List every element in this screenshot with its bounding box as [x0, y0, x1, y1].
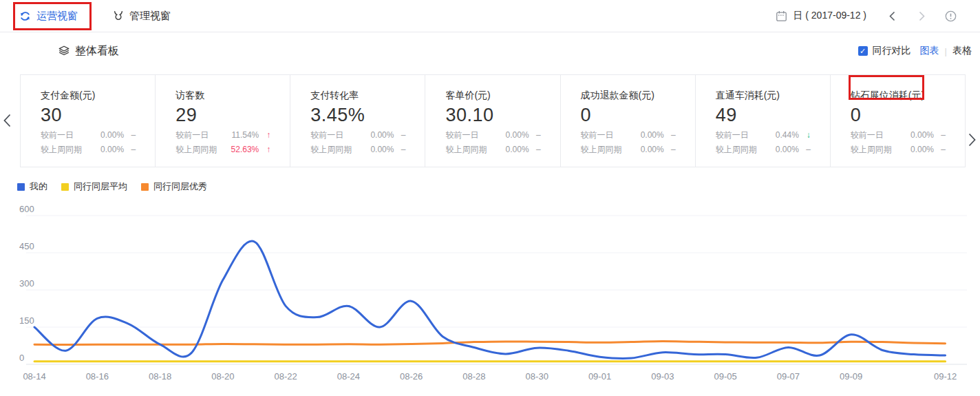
compare-label: 较上周同期	[445, 144, 505, 155]
legend-item[interactable]: 同行同层优秀	[141, 180, 207, 193]
compare-value: 0.00%	[776, 144, 799, 155]
metric-title: 支付转化率	[310, 90, 405, 102]
metric-compare-row: 较前一日0.00%–	[581, 129, 676, 140]
trend-flat-icon: –	[934, 144, 946, 155]
view-mode-chart[interactable]: 图表	[920, 45, 939, 57]
compare-value: 0.00%	[370, 144, 394, 155]
legend-label: 同行同层优秀	[153, 180, 207, 193]
metric-compare-row: 较前一日0.00%–	[851, 129, 946, 140]
compare-label: 较上周同期	[41, 144, 100, 155]
compare-value: 0.00%	[910, 129, 934, 140]
date-selector-label: 日 ( 2017-09-12 )	[793, 10, 866, 22]
cards-scroll-left-button[interactable]	[3, 114, 11, 130]
board-title: 整体看板	[75, 44, 119, 59]
metric-value: 29	[175, 105, 270, 126]
compare-label: 较前一日	[581, 129, 641, 140]
compare-value: 0.00%	[370, 129, 394, 140]
metric-card[interactable]: 支付金额(元)30较前一日0.00%–较上周同期0.00%–	[21, 75, 156, 167]
trend-flat-icon: –	[934, 129, 946, 140]
metric-card[interactable]: 钻石展位消耗(元)0较前一日0.00%–较上周同期0.00%–	[831, 75, 965, 167]
compare-value: 0.44%	[776, 129, 799, 140]
next-date-button[interactable]	[911, 11, 932, 21]
cards-scroll-right-button[interactable]	[968, 133, 976, 149]
trend-flat-icon: –	[394, 144, 405, 155]
chart-legend: 我的同行同层平均同行同层优秀	[17, 180, 221, 193]
view-mode-table[interactable]: 表格	[952, 45, 972, 57]
prev-date-button[interactable]	[882, 11, 902, 21]
active-tab-underline	[19, 28, 81, 30]
legend-label: 我的	[30, 180, 47, 193]
metric-card[interactable]: 客单价(元)30.10较前一日0.00%–较上周同期0.00%–	[425, 75, 560, 167]
view-mode-separator: |	[945, 46, 947, 56]
top-nav-bar: 运营视窗 管理视窗	[0, 0, 980, 32]
metric-value: 3.45%	[310, 105, 405, 126]
x-axis-label: 08-18	[149, 371, 171, 382]
metric-title: 钻石展位消耗(元)	[851, 90, 946, 102]
calendar-icon	[776, 10, 787, 22]
compare-label: 较上周同期	[175, 144, 231, 155]
tab-management-view[interactable]: 管理视窗	[113, 0, 171, 32]
metric-compare-row: 较上周同期0.00%–	[716, 144, 811, 155]
metric-card[interactable]: 支付转化率3.45%较前一日0.00%–较上周同期0.00%–	[290, 75, 425, 167]
series-line-2[interactable]	[34, 342, 946, 345]
compare-label: 较前一日	[716, 129, 776, 140]
x-axis-label: 08-28	[462, 371, 485, 382]
legend-label: 同行同层平均	[74, 180, 127, 193]
trend-flat-icon: –	[664, 129, 676, 140]
peer-compare-checkbox[interactable]: ✓	[858, 46, 868, 56]
metric-card[interactable]: 成功退款金额(元)0较前一日0.00%–较上周同期0.00%–	[561, 75, 696, 167]
trend-flat-icon: –	[799, 144, 811, 155]
compare-label: 较前一日	[445, 129, 505, 140]
trend-flat-icon: –	[394, 129, 405, 140]
metric-compare-row: 较前一日0.00%–	[310, 129, 405, 140]
y-axis-label: 450	[19, 241, 34, 251]
metric-title: 直通车消耗(元)	[716, 90, 811, 102]
x-axis-label: 08-14	[23, 371, 45, 382]
metric-compare-row: 较上周同期0.00%–	[41, 144, 136, 155]
x-axis-label: 08-30	[526, 371, 548, 382]
metric-title: 访客数	[175, 90, 270, 102]
tab-management-label: 管理视窗	[129, 10, 171, 23]
metric-compare-row: 较上周同期0.00%–	[581, 144, 676, 155]
legend-swatch-icon	[141, 183, 149, 191]
metric-card[interactable]: 直通车消耗(元)49较前一日0.44%↓较上周同期0.00%–	[696, 75, 831, 167]
metric-value: 0	[851, 105, 946, 126]
compare-label: 较前一日	[310, 129, 370, 140]
trend-up-icon: ↑	[259, 129, 270, 140]
tab-operations-label: 运营视窗	[36, 10, 78, 23]
chart-canvas: 600450300150008-1408-1608-1808-2008-2208…	[0, 198, 980, 396]
compare-label: 较上周同期	[310, 144, 370, 155]
metric-compare-row: 较上周同期52.63%↑	[175, 144, 270, 155]
trend-line-chart[interactable]: 600450300150008-1408-1608-1808-2008-2208…	[0, 198, 980, 396]
peer-compare-label: 同行对比	[873, 45, 911, 57]
x-axis-label: 09-07	[777, 371, 800, 382]
compare-value: 0.00%	[641, 129, 664, 140]
date-selector[interactable]: 日 ( 2017-09-12 )	[776, 10, 866, 22]
legend-item[interactable]: 我的	[17, 180, 47, 193]
trend-flat-icon: –	[664, 144, 676, 155]
metric-cards-row: 支付金额(元)30较前一日0.00%–较上周同期0.00%–访客数29较前一日1…	[20, 74, 966, 167]
legend-swatch-icon	[61, 183, 69, 191]
info-icon[interactable]	[940, 10, 961, 22]
compare-value: 0.00%	[100, 129, 124, 140]
tab-operations-view[interactable]: 运营视窗	[19, 0, 78, 32]
x-axis-label: 08-22	[274, 371, 297, 382]
metric-card[interactable]: 访客数29较前一日11.54%↑较上周同期52.63%↑	[156, 75, 290, 167]
y-axis-label: 0	[19, 353, 24, 363]
compare-value: 0.00%	[910, 144, 934, 155]
legend-item[interactable]: 同行同层平均	[61, 180, 127, 193]
y-axis-label: 600	[19, 204, 34, 214]
y-axis-label: 150	[19, 315, 34, 326]
x-axis-label: 09-09	[840, 371, 862, 382]
board-header: 整体看板 ✓ 同行对比 图表 | 表格	[0, 33, 980, 69]
x-axis-label: 09-01	[588, 371, 611, 382]
trend-up-icon: ↑	[259, 144, 270, 155]
metric-compare-row: 较上周同期0.00%–	[851, 144, 946, 155]
x-axis-label: 08-24	[337, 371, 360, 382]
metric-title: 支付金额(元)	[41, 90, 136, 102]
peer-compare-toggle[interactable]: ✓ 同行对比	[858, 45, 911, 57]
compare-value: 11.54%	[231, 129, 259, 140]
metric-compare-row: 较前一日11.54%↑	[175, 129, 270, 140]
layers-icon	[58, 45, 70, 57]
compare-label: 较上周同期	[851, 144, 910, 155]
